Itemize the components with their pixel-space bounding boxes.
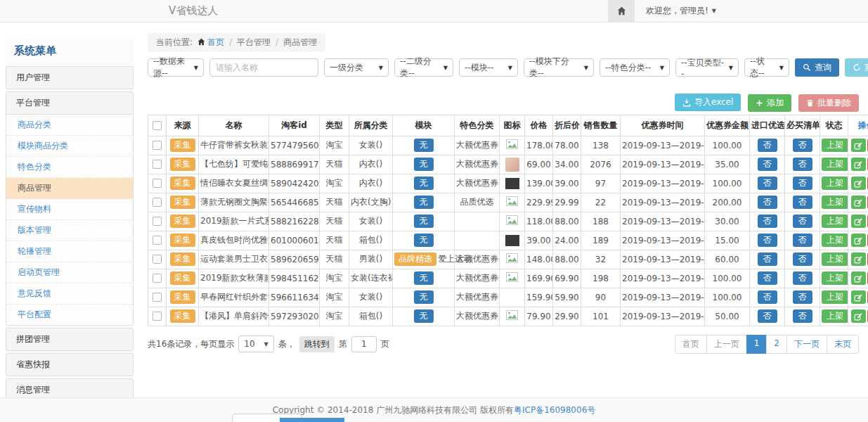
edit-button[interactable] bbox=[851, 177, 866, 190]
sidebar-item[interactable]: 商品分类 bbox=[6, 115, 133, 136]
pager-button[interactable]: 1 bbox=[746, 335, 767, 354]
chevron-down-icon: ▼ bbox=[194, 65, 198, 71]
sidebar-item[interactable]: 商品管理 bbox=[6, 178, 133, 199]
coupon-time-cell: 2019-09-13—2019-09-17 bbox=[621, 288, 705, 307]
status-badge[interactable]: 上架 bbox=[822, 290, 848, 304]
status-badge[interactable]: 上架 bbox=[822, 177, 848, 190]
sidebar-item[interactable]: 启动页管理 bbox=[6, 262, 133, 283]
user-menu[interactable]: 欢迎您，管理员! ▼ bbox=[635, 5, 727, 17]
sidebar-group-header[interactable]: 拼团管理 bbox=[6, 328, 133, 350]
filter-select[interactable]: 一级分类▼ bbox=[324, 58, 389, 77]
per-page-select[interactable]: 10 ▼ bbox=[238, 335, 273, 352]
import-select-badge[interactable]: 否 bbox=[758, 196, 777, 209]
row-checkbox[interactable] bbox=[153, 236, 162, 245]
edit-button[interactable] bbox=[851, 290, 866, 304]
sidebar-group-header[interactable]: 省惠快报 bbox=[6, 354, 133, 376]
row-checkbox[interactable] bbox=[153, 274, 162, 283]
feature-category: 大额优惠券 bbox=[456, 311, 498, 321]
sidebar-group-header[interactable]: 平台管理 bbox=[6, 92, 133, 114]
status-badge[interactable]: 上架 bbox=[822, 252, 848, 266]
price-cell: 178.00 bbox=[525, 136, 553, 155]
import-select-badge[interactable]: 否 bbox=[758, 234, 777, 247]
status-badge[interactable]: 上架 bbox=[822, 158, 848, 171]
filter-select[interactable]: --模块--▼ bbox=[459, 58, 518, 77]
batch-delete-button[interactable]: 批量删除 bbox=[798, 94, 859, 112]
add-button[interactable]: 添加 bbox=[748, 94, 791, 112]
pager-button[interactable]: 2 bbox=[766, 335, 787, 354]
status-badge[interactable]: 上架 bbox=[822, 215, 848, 228]
pager-button[interactable]: 下一页 bbox=[786, 335, 827, 354]
sidebar-item[interactable]: 宣传物料 bbox=[6, 199, 133, 220]
import-select-badge[interactable]: 否 bbox=[758, 290, 777, 304]
must-buy-badge[interactable]: 否 bbox=[793, 139, 812, 152]
filter-select[interactable]: --二级分类--▼ bbox=[394, 58, 453, 77]
edit-button[interactable] bbox=[851, 158, 866, 171]
search-input[interactable] bbox=[209, 58, 318, 77]
row-checkbox[interactable] bbox=[153, 217, 162, 226]
edit-button[interactable] bbox=[851, 215, 866, 228]
edit-button[interactable] bbox=[851, 271, 866, 285]
filter-select[interactable]: --状态--▼ bbox=[744, 58, 789, 77]
chevron-down-icon: ▼ bbox=[584, 65, 588, 71]
import-select-badge[interactable]: 否 bbox=[758, 139, 777, 152]
status-badge[interactable]: 上架 bbox=[822, 139, 848, 152]
import-select-badge[interactable]: 否 bbox=[758, 252, 777, 266]
sidebar-item[interactable]: 轮播管理 bbox=[6, 241, 133, 262]
status-badge[interactable]: 上架 bbox=[822, 309, 848, 323]
sidebar-group-header[interactable]: 消息管理 bbox=[6, 379, 133, 397]
sidebar-group-header[interactable]: 用户管理 bbox=[6, 67, 133, 89]
row-checkbox[interactable] bbox=[153, 141, 162, 150]
must-buy-badge[interactable]: 否 bbox=[793, 271, 812, 285]
row-checkbox[interactable] bbox=[153, 255, 162, 264]
filter-select[interactable]: --特色分类--▼ bbox=[600, 58, 670, 77]
must-buy-badge[interactable]: 否 bbox=[793, 234, 812, 247]
import-excel-button[interactable]: 导入excel bbox=[675, 94, 741, 111]
row-checkbox[interactable] bbox=[153, 198, 162, 207]
status-badge[interactable]: 上架 bbox=[822, 271, 848, 285]
must-buy-badge[interactable]: 否 bbox=[793, 196, 812, 209]
pager-button[interactable]: 末页 bbox=[827, 335, 859, 354]
breadcrumb-home-link[interactable]: 首页 bbox=[207, 37, 224, 47]
edit-button[interactable] bbox=[851, 234, 866, 247]
import-select-badge[interactable]: 否 bbox=[758, 271, 777, 285]
filter-select[interactable]: --数据来源--▼ bbox=[148, 58, 204, 77]
import-select-badge[interactable]: 否 bbox=[758, 158, 777, 171]
must-buy-badge[interactable]: 否 bbox=[793, 252, 812, 266]
filter-select[interactable]: --宝贝类型--▼ bbox=[675, 58, 739, 77]
sidebar-item[interactable]: 模块商品分类 bbox=[6, 136, 133, 157]
row-checkbox[interactable] bbox=[153, 160, 162, 169]
sidebar-item[interactable]: 版本管理 bbox=[6, 220, 133, 241]
pagination-summary: 共16条记录，每页显示 10 ▼ 条， 跳转到 第 页 bbox=[148, 335, 389, 352]
must-buy-badge[interactable]: 否 bbox=[793, 158, 812, 171]
must-buy-badge[interactable]: 否 bbox=[793, 290, 812, 304]
must-buy-badge[interactable]: 否 bbox=[793, 177, 812, 190]
edit-button[interactable] bbox=[851, 196, 866, 209]
pager-button[interactable]: 上一页 bbox=[706, 335, 747, 354]
row-checkbox[interactable] bbox=[153, 312, 162, 321]
jump-page-input[interactable] bbox=[351, 336, 377, 352]
jump-button[interactable]: 跳转到 bbox=[299, 336, 335, 352]
pager-button[interactable]: 首页 bbox=[675, 335, 707, 354]
edit-button[interactable] bbox=[851, 309, 866, 323]
query-button[interactable]: 查询 bbox=[795, 58, 839, 77]
edit-button[interactable] bbox=[851, 252, 866, 266]
row-checkbox[interactable] bbox=[153, 293, 162, 302]
sidebar-item[interactable]: 平台配置 bbox=[6, 305, 133, 325]
import-select-badge[interactable]: 否 bbox=[758, 215, 777, 228]
select-all-checkbox[interactable] bbox=[153, 121, 162, 130]
filter-select[interactable]: --模块下分类--▼ bbox=[524, 58, 594, 77]
sidebar-item[interactable]: 意见反馈 bbox=[6, 283, 133, 305]
price: 69.00 bbox=[526, 160, 550, 170]
sidebar-item[interactable]: 特色分类 bbox=[6, 157, 133, 178]
import-select-badge[interactable]: 否 bbox=[758, 177, 777, 190]
status-badge[interactable]: 上架 bbox=[822, 196, 848, 209]
reset-button[interactable]: 重置 bbox=[845, 58, 868, 77]
must-buy-badge[interactable]: 否 bbox=[793, 309, 812, 323]
status-badge[interactable]: 上架 bbox=[822, 234, 848, 247]
edit-button[interactable] bbox=[851, 139, 866, 152]
icp-link[interactable]: 粤ICP备16098006号 bbox=[514, 405, 595, 415]
row-checkbox[interactable] bbox=[153, 179, 162, 188]
import-select-badge[interactable]: 否 bbox=[758, 309, 777, 323]
must-buy-badge[interactable]: 否 bbox=[793, 215, 812, 228]
home-button[interactable] bbox=[608, 0, 635, 22]
